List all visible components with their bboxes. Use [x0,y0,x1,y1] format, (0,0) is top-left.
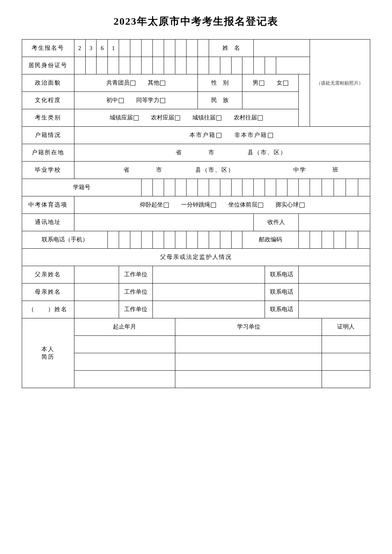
checkbox-icon[interactable] [130,81,135,86]
checkbox-icon[interactable] [119,98,124,103]
pe-options[interactable]: 仰卧起坐 一分钟跳绳 坐位体前屈 掷实心球 [74,196,370,214]
grad-school-value[interactable]: 省 市 县（市、区） 中学 班 [74,162,370,179]
digit-cell[interactable]: 6 [97,40,108,57]
mother-work-value[interactable] [153,284,265,301]
resume-period[interactable] [74,336,175,353]
digit-cell[interactable]: 3 [85,40,97,57]
id-digit[interactable] [153,57,164,74]
address-value[interactable] [74,214,254,231]
student-id-digit[interactable] [346,179,358,196]
father-phone-value[interactable] [299,266,370,284]
phone-digit[interactable] [186,231,197,249]
id-digit[interactable] [130,57,142,74]
checkbox-icon[interactable] [175,115,180,121]
student-id-digit[interactable] [276,179,287,196]
digit-cell[interactable]: 2 [74,40,85,57]
student-id-digit[interactable] [209,179,220,196]
phone-digit[interactable] [142,231,153,249]
checkbox-icon[interactable] [164,203,169,208]
resume-witness[interactable] [322,353,370,371]
checkbox-icon[interactable] [216,133,221,138]
father-work-value[interactable] [153,266,265,284]
student-id-digit[interactable] [175,179,186,196]
student-id-digit[interactable] [334,179,346,196]
resume-witness[interactable] [322,336,370,353]
phone-digit[interactable] [231,231,242,249]
student-id-digit[interactable] [231,179,242,196]
id-digit[interactable] [142,57,153,74]
id-digit[interactable] [209,57,220,74]
checkbox-icon[interactable] [160,81,165,86]
student-id-digit[interactable] [220,179,231,196]
digit-cell[interactable] [186,40,197,57]
household-loc-value[interactable]: 省 市 县（市、区） [74,144,370,162]
checkbox-icon[interactable] [211,203,216,208]
digit-cell[interactable]: 1 [108,40,119,57]
resume-study-unit[interactable] [175,371,322,388]
student-id-digit[interactable] [299,179,310,196]
digit-cell[interactable] [130,40,142,57]
student-id-digit[interactable] [358,179,370,196]
phone-digit[interactable] [108,231,119,249]
id-digit[interactable] [85,57,97,74]
phone-digit[interactable] [164,231,175,249]
student-id-digit[interactable] [322,179,334,196]
student-id-digit[interactable] [265,179,276,196]
digit-cell[interactable] [119,40,130,57]
phone-digit[interactable] [153,231,164,249]
checkbox-icon[interactable] [134,115,139,121]
gender-options[interactable]: 男 女 [242,74,299,92]
recipient-value[interactable] [299,214,370,231]
other-phone-value[interactable] [299,301,370,318]
id-digit[interactable] [97,57,108,74]
phone-digit[interactable] [119,231,130,249]
postal-digit[interactable] [322,231,334,249]
postal-digit[interactable] [358,231,370,249]
id-digit[interactable] [74,57,85,74]
student-id-digit[interactable] [142,179,153,196]
checkbox-icon[interactable] [258,115,263,121]
id-digit[interactable] [254,57,265,74]
id-digit[interactable] [242,57,254,74]
resume-period[interactable] [74,353,175,371]
student-id-digit[interactable] [153,179,164,196]
category-options[interactable]: 城镇应届 农村应届 城镇往届 农村往届 [74,109,298,127]
mother-name-value[interactable] [74,284,119,301]
resume-study-unit[interactable] [175,353,322,371]
education-options[interactable]: 初中 同等学力 [74,92,197,109]
digit-cell[interactable] [153,40,164,57]
phone-digit[interactable] [209,231,220,249]
id-digit[interactable] [175,57,186,74]
student-id-digit[interactable] [310,179,322,196]
id-digit-extra[interactable] [276,57,310,74]
digit-cell[interactable] [142,40,153,57]
checkbox-icon[interactable] [216,115,221,121]
checkbox-icon[interactable] [259,81,264,86]
id-digit[interactable] [186,57,197,74]
postal-digit[interactable] [310,231,322,249]
student-id-digit[interactable] [186,179,197,196]
id-digit[interactable] [231,57,242,74]
checkbox-icon[interactable] [283,81,288,86]
digit-cell[interactable] [197,40,209,57]
resume-study-unit[interactable] [175,336,322,353]
phone-digit[interactable] [130,231,142,249]
name-value[interactable] [254,40,310,57]
resume-period[interactable] [74,371,175,388]
id-digit[interactable] [108,57,119,74]
postal-digit[interactable] [346,231,358,249]
household-options[interactable]: 本市户籍 非本市户籍 [74,127,370,144]
checkbox-icon[interactable] [258,203,263,208]
id-digit[interactable] [265,57,276,74]
id-digit[interactable] [197,57,209,74]
digit-cell[interactable] [175,40,186,57]
phone-digit[interactable] [175,231,186,249]
digit-cell[interactable] [164,40,175,57]
id-digit[interactable] [119,57,130,74]
student-id-digit[interactable] [197,179,209,196]
ethnicity-value[interactable] [242,92,299,109]
other-name-value[interactable] [74,301,119,318]
id-digit[interactable] [164,57,175,74]
political-options[interactable]: 共青团员 其他 [74,74,197,92]
other-work-value[interactable] [153,301,265,318]
